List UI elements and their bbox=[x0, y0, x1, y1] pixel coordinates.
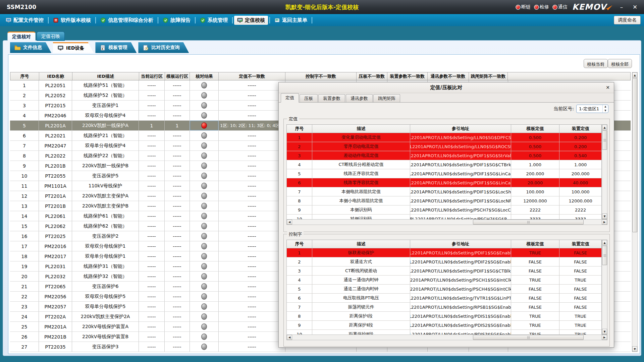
status-dot-icon bbox=[516, 5, 521, 10]
ref-address: PL2201APROT/LLN0$dsSetting/PDIF1$SG$LocN… bbox=[410, 196, 511, 205]
control-word-row[interactable]: 8距离保护Ⅰ段PL2201APROT/LLN0$dsSetting/PDIS1$… bbox=[287, 312, 601, 321]
setting-row[interactable]: 7本侧电抗器阻抗定值PL2201APROT/LLN0$dsSetting/PDI… bbox=[287, 187, 601, 196]
tab-文件信息[interactable]: 文件信息 bbox=[10, 42, 51, 53]
setting-row[interactable]: 9本侧识别码PL2201APROT/LLN0$dsSetting/PSCH7$S… bbox=[287, 205, 601, 215]
tab-模板管理[interactable]: 模板管理 bbox=[95, 42, 137, 53]
scroll-right-icon[interactable]: ▶ bbox=[602, 220, 607, 225]
ied-name: PM22056 bbox=[39, 292, 72, 301]
menu-item-version[interactable]: 软件版本校核 bbox=[50, 16, 94, 25]
dialog-tab-压板[interactable]: 压板 bbox=[300, 94, 318, 102]
setting-row[interactable]: 8本侧小电抗器阻抗定值PL2201APROT/LLN0$dsSetting/PD… bbox=[287, 196, 601, 205]
menu-item-config[interactable]: 配置文件管控 bbox=[3, 16, 47, 25]
template-value: TRUE bbox=[511, 330, 560, 335]
dialog-tab-定值[interactable]: 定值 bbox=[281, 93, 299, 103]
tab-定值核对[interactable]: 定值核对 bbox=[7, 32, 36, 41]
setting-table-hscrollbar[interactable]: ◀ ▶ bbox=[286, 219, 607, 225]
template-zone: ----- bbox=[165, 111, 190, 120]
control-word-row[interactable]: 1纵联差动保护PL2201APROT/LLN0$dsSetting/PDIF1$… bbox=[287, 248, 601, 257]
current-zone: ----- bbox=[139, 322, 165, 331]
zone-spinbox[interactable]: 1-定值区1 ▲ ▼ bbox=[576, 105, 608, 113]
control-word-row[interactable]: 6电压取线路PT电压PL2201APROT/LLN0$dsSetting/TVT… bbox=[287, 294, 601, 303]
minimize-button[interactable]: – bbox=[617, 4, 626, 10]
current-zone: ----- bbox=[139, 171, 165, 181]
device-value: 1.000 bbox=[559, 160, 601, 169]
control-table-hscrollbar[interactable]: ◀ ▶ bbox=[286, 335, 607, 340]
template-value: 200.000 bbox=[511, 169, 560, 178]
setting-row[interactable]: 3差动动作电流定值PL2201APROT/LLN0$dsSetting/PDIF… bbox=[287, 151, 601, 160]
vscroll-thumb[interactable] bbox=[602, 246, 607, 265]
dialog-tab-通讯参数[interactable]: 通讯参数 bbox=[346, 94, 373, 102]
dialog-close-icon[interactable]: ✕ bbox=[606, 85, 610, 90]
menu-item-return[interactable]: 返回主菜单 bbox=[271, 16, 310, 25]
check-all-button[interactable]: 校核全部 bbox=[608, 59, 632, 68]
setting-row[interactable]: 6线路零序容抗定值PL2201APROT/LLN0$dsSetting/PDIF… bbox=[287, 178, 601, 187]
control-word-row[interactable]: 2双通道方式PL2201APROT/LLN0$dsSetting/PDIF2$S… bbox=[287, 257, 601, 266]
tab-IED设备[interactable]: IED设备 bbox=[53, 42, 94, 53]
setting-table-vscrollbar[interactable]: ▲ ▼ bbox=[602, 124, 607, 219]
setting-row[interactable]: 10对侧识别码PL2201APROT/LLN0$dsSetting/PSCH7$… bbox=[287, 215, 601, 219]
scroll-down-icon[interactable]: ▼ bbox=[632, 346, 637, 352]
menu-item-fault[interactable]: 故障报告 bbox=[160, 16, 194, 25]
hscroll-thumb[interactable] bbox=[473, 220, 584, 225]
check-result-cell bbox=[190, 342, 219, 352]
setting-row[interactable]: 4CT断线后分相差动定值PL2201APROT/LLN0$dsSetting/P… bbox=[287, 160, 601, 169]
device-value: FALSE bbox=[559, 248, 601, 257]
device-value: TRUE bbox=[559, 312, 601, 320]
scroll-down-icon[interactable]: ▼ bbox=[602, 329, 607, 334]
main-table-vscrollbar[interactable]: ▲ ▼ bbox=[632, 72, 638, 352]
template-zone: ----- bbox=[165, 292, 190, 301]
tab-定值召唤[interactable]: 定值召唤 bbox=[37, 32, 65, 41]
dialog-tab-装置参数[interactable]: 装置参数 bbox=[318, 94, 345, 102]
vscroll-thumb[interactable] bbox=[602, 130, 607, 150]
template-value: 100.000 bbox=[511, 187, 560, 196]
row-seq: 24 bbox=[10, 312, 39, 321]
control-word-row[interactable]: 7振荡闭锁元件PL2201APROT/LLN0$dsSetting/RPSB1$… bbox=[287, 303, 601, 312]
row-seq: 27 bbox=[10, 342, 39, 352]
scroll-up-icon[interactable]: ▲ bbox=[602, 125, 607, 130]
device-value: FALSE bbox=[559, 257, 601, 266]
ied-desc: 220kV凯默一线保护A bbox=[72, 121, 139, 130]
scroll-left-icon[interactable]: ◀ bbox=[287, 335, 292, 340]
spin-down-icon[interactable]: ▼ bbox=[603, 109, 608, 113]
check-current-button[interactable]: 校核当前 bbox=[584, 59, 608, 68]
result-gray-icon bbox=[201, 253, 207, 259]
dispatch-naming-button[interactable]: 调度命名 bbox=[614, 16, 641, 24]
setting-row[interactable]: 5线路正序容抗定值PL2201APROT/LLN0$dsSetting/PDIF… bbox=[287, 169, 601, 178]
menu-item-info[interactable]: 信息管理和综合分析 bbox=[97, 16, 156, 25]
menu-item-check[interactable]: 定值校核 bbox=[234, 16, 268, 25]
menu-item-system[interactable]: 系统管理 bbox=[197, 16, 231, 25]
column-header: 描述 bbox=[312, 240, 410, 248]
setting-row[interactable]: 1变化量启动电流定值PL2201APROT/LLN0$dsSetting/LLN… bbox=[287, 133, 601, 142]
control-table-vscrollbar[interactable]: ▲ ▼ bbox=[602, 240, 607, 335]
control-word-row[interactable]: 3CT断线闭锁差动PL2201APROT/LLN0$dsSetting/PDIF… bbox=[287, 266, 601, 276]
control-word-row[interactable]: 10距离保护Ⅲ段PL2201APROT/LLN0$dsSetting/PDIS3… bbox=[287, 330, 601, 335]
scroll-right-icon[interactable]: ▶ bbox=[602, 335, 607, 340]
scroll-down-icon[interactable]: ▼ bbox=[602, 214, 607, 219]
result-gray-icon bbox=[201, 102, 207, 109]
scroll-up-icon[interactable]: ▲ bbox=[632, 72, 637, 78]
tab-比对历史查询[interactable]: 比对历史查询 bbox=[138, 42, 189, 53]
column-header: 核对结果 bbox=[190, 72, 219, 80]
column-header: IED描述 bbox=[72, 72, 139, 80]
hscroll-thumb[interactable] bbox=[473, 335, 584, 340]
dialog-tab-跳闸矩阵[interactable]: 跳闸矩阵 bbox=[373, 94, 400, 102]
current-zone: ----- bbox=[139, 261, 165, 271]
template-value: 0.500 bbox=[511, 151, 560, 160]
check-result-cell bbox=[190, 151, 219, 161]
check-result-cell bbox=[190, 211, 219, 221]
spin-up-icon[interactable]: ▲ bbox=[603, 105, 608, 109]
main-vscroll-thumb[interactable] bbox=[632, 78, 637, 232]
scroll-up-icon[interactable]: ▲ bbox=[602, 240, 607, 245]
template-zone: ----- bbox=[165, 221, 190, 231]
column-header: 装置定值 bbox=[559, 125, 601, 133]
scroll-left-icon[interactable]: ◀ bbox=[287, 220, 292, 225]
control-word-row[interactable]: 9距离保护Ⅱ段PL2201APROT/LLN0$dsSetting/PDIS2$… bbox=[287, 321, 601, 330]
control-word-row[interactable]: 4通道一通信内时钟PL2201APROT/LLN0$dsSetting/PSCH… bbox=[287, 276, 601, 285]
current-zone: ----- bbox=[139, 332, 165, 342]
setting-row[interactable]: 2零序启动电流定值PL2201APROT/LLN0$dsSetting/LLN0… bbox=[287, 142, 601, 151]
control-word-row[interactable]: 5通道二通信内时钟PL2201APROT/LLN0$dsSetting/PSCH… bbox=[287, 285, 601, 294]
template-zone: ----- bbox=[165, 272, 190, 281]
config-file-icon bbox=[6, 17, 11, 23]
close-button[interactable]: ✕ bbox=[631, 4, 639, 10]
row-seq: 9 bbox=[287, 205, 312, 214]
